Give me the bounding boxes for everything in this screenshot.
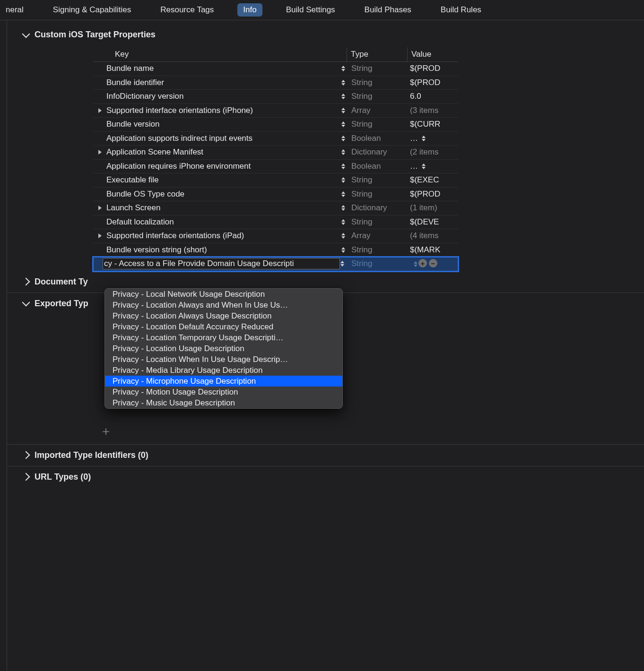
dropdown-item[interactable]: Privacy - Location When In Use Usage Des… xyxy=(105,354,342,365)
dropdown-item[interactable]: Privacy - Media Library Usage Descriptio… xyxy=(105,365,342,376)
plist-row[interactable]: Bundle identifierString$(PROD xyxy=(93,76,458,90)
value-stepper-icon[interactable] xyxy=(422,136,426,141)
key-stepper-icon[interactable] xyxy=(340,146,347,159)
key-cell[interactable]: Bundle version string (short) xyxy=(106,245,340,255)
key-cell[interactable]: Default localization xyxy=(106,217,340,227)
type-cell[interactable]: Array xyxy=(347,231,407,241)
plist-row[interactable]: Application supports indirect input even… xyxy=(93,132,458,146)
column-type[interactable]: Type xyxy=(347,47,407,61)
key-autocomplete-dropdown[interactable]: Privacy - Local Network Usage Descriptio… xyxy=(104,288,343,409)
dropdown-item[interactable]: Privacy - Music Usage Description xyxy=(105,397,342,408)
dropdown-item[interactable]: Privacy - Location Always and When In Us… xyxy=(105,300,342,310)
key-stepper-icon[interactable] xyxy=(340,160,347,173)
value-cell[interactable]: … xyxy=(407,134,458,143)
dropdown-item[interactable]: Privacy - Local Network Usage Descriptio… xyxy=(105,289,342,300)
tab-general[interactable]: neral xyxy=(0,3,29,17)
type-cell[interactable]: String xyxy=(347,64,407,73)
dropdown-item[interactable]: Privacy - Location Always Usage Descript… xyxy=(105,310,342,321)
disclosure-icon[interactable] xyxy=(93,150,106,155)
add-row-button[interactable]: + xyxy=(418,259,427,267)
disclosure-icon[interactable] xyxy=(93,108,106,113)
plist-row[interactable]: Supported interface orientations (iPhone… xyxy=(93,104,458,118)
value-cell[interactable]: $(PROD xyxy=(407,78,458,87)
type-cell[interactable]: String xyxy=(347,92,407,101)
key-stepper-icon[interactable] xyxy=(340,229,347,243)
column-key[interactable]: Key xyxy=(106,50,340,59)
key-cell[interactable]: Application Scene Manifest xyxy=(106,147,340,157)
value-stepper-icon[interactable] xyxy=(422,163,426,169)
value-cell[interactable]: (4 items xyxy=(407,231,458,241)
plist-row-editing[interactable]: cy - Access to a File Provide Domain Usa… xyxy=(93,257,458,271)
dropdown-item[interactable]: Privacy - Location Usage Description xyxy=(105,343,342,354)
section-imported-type-identifiers[interactable]: Imported Type Identifiers (0) xyxy=(7,444,644,466)
key-stepper-icon[interactable] xyxy=(340,201,347,215)
tab-build-phases[interactable]: Build Phases xyxy=(359,3,417,17)
disclosure-icon[interactable] xyxy=(93,206,106,210)
section-custom-ios-properties[interactable]: Custom iOS Target Properties xyxy=(7,27,644,47)
plist-row[interactable]: Bundle OS Type codeString$(PROD xyxy=(93,188,458,202)
key-stepper-icon[interactable] xyxy=(339,257,346,271)
type-cell[interactable]: String xyxy=(347,175,407,185)
type-cell[interactable]: Dictionary xyxy=(347,203,407,213)
tab-build-rules[interactable]: Build Rules xyxy=(435,3,487,17)
disclosure-icon[interactable] xyxy=(93,233,106,238)
type-cell[interactable]: String xyxy=(347,189,407,199)
value-cell[interactable]: $(DEVE xyxy=(407,217,458,227)
key-stepper-icon[interactable] xyxy=(340,173,347,187)
key-stepper-icon[interactable] xyxy=(340,132,347,146)
type-cell[interactable]: Boolean xyxy=(347,162,407,171)
type-cell[interactable]: Dictionary xyxy=(347,147,407,157)
remove-row-button[interactable]: − xyxy=(429,259,437,267)
value-cell[interactable]: $(PROD xyxy=(407,64,458,73)
plist-row[interactable]: InfoDictionary versionString6.0 xyxy=(93,90,458,104)
tab-build-settings[interactable]: Build Settings xyxy=(280,3,341,17)
value-cell[interactable]: $(EXEC xyxy=(407,175,458,185)
value-cell[interactable]: … xyxy=(407,162,458,171)
key-cell[interactable]: Bundle version xyxy=(106,120,340,129)
value-cell[interactable]: (2 items xyxy=(407,147,458,157)
tab-resource-tags[interactable]: Resource Tags xyxy=(155,3,219,17)
plist-row[interactable]: Launch ScreenDictionary(1 item) xyxy=(93,201,458,215)
plist-row[interactable]: Bundle version string (short)String$(MAR… xyxy=(93,243,458,258)
key-cell[interactable]: Launch Screen xyxy=(106,203,340,213)
tab-signing[interactable]: Signing & Capabilities xyxy=(47,3,137,17)
key-cell[interactable]: Bundle name xyxy=(106,64,340,73)
key-cell[interactable]: Supported interface orientations (iPhone… xyxy=(106,106,340,115)
type-cell[interactable]: String xyxy=(347,217,407,227)
dropdown-item[interactable]: Privacy - Microphone Usage Description xyxy=(105,376,342,387)
key-stepper-icon[interactable] xyxy=(340,76,347,90)
key-cell[interactable]: Application supports indirect input even… xyxy=(106,134,340,143)
key-cell[interactable]: Executable file xyxy=(106,175,340,185)
value-cell[interactable]: 6.0 xyxy=(407,92,458,101)
key-cell[interactable]: Supported interface orientations (iPad) xyxy=(106,231,340,241)
key-cell[interactable]: InfoDictionary version xyxy=(106,92,340,101)
key-input[interactable]: cy - Access to a File Provide Domain Usa… xyxy=(103,258,340,269)
add-icon[interactable]: ＋ xyxy=(100,423,112,439)
plist-row[interactable]: Executable fileString$(EXEC xyxy=(93,173,458,188)
type-cell[interactable]: String xyxy=(347,120,407,129)
key-cell[interactable]: Bundle OS Type code xyxy=(106,189,340,199)
dropdown-item[interactable]: Privacy - Location Temporary Usage Descr… xyxy=(105,332,342,343)
plist-row[interactable]: Bundle versionString$(CURR xyxy=(93,118,458,132)
value-cell[interactable]: (1 item) xyxy=(407,203,458,213)
key-cell[interactable]: Application requires iPhone environment xyxy=(106,162,340,171)
section-url-types[interactable]: URL Types (0) xyxy=(7,466,644,488)
dropdown-item[interactable]: Privacy - Motion Usage Description xyxy=(105,387,342,397)
plist-row[interactable]: Bundle nameString$(PROD xyxy=(93,62,458,76)
key-stepper-icon[interactable] xyxy=(340,243,347,257)
plist-row[interactable]: Application Scene ManifestDictionary(2 i… xyxy=(93,146,458,160)
column-value[interactable]: Value xyxy=(407,47,458,61)
key-cell[interactable]: Bundle identifier xyxy=(106,78,340,87)
type-cell[interactable]: Boolean xyxy=(347,134,407,143)
value-cell[interactable]: $(CURR xyxy=(407,120,458,129)
type-cell[interactable]: String xyxy=(347,259,407,268)
type-cell[interactable]: String xyxy=(347,78,407,87)
key-stepper-icon[interactable] xyxy=(340,188,347,201)
type-cell[interactable]: Array xyxy=(347,106,407,115)
dropdown-item[interactable]: Privacy - Location Default Accuracy Redu… xyxy=(105,321,342,332)
plist-row[interactable]: Supported interface orientations (iPad)A… xyxy=(93,229,458,243)
key-stepper-icon[interactable] xyxy=(340,104,347,118)
plist-row[interactable]: Application requires iPhone environmentB… xyxy=(93,160,458,174)
value-cell[interactable]: $(PROD xyxy=(407,189,458,199)
value-stepper-icon[interactable] xyxy=(414,261,418,267)
